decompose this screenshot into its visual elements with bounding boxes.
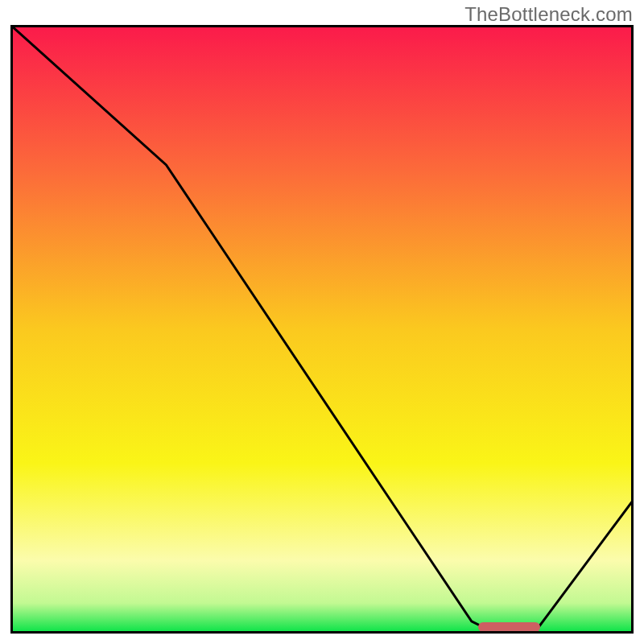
optimal-range-marker (478, 622, 540, 632)
plot-area (10, 25, 634, 634)
watermark-text: TheBottleneck.com (464, 3, 633, 26)
chart-container: TheBottleneck.com (0, 0, 644, 644)
bottleneck-curve (10, 25, 634, 634)
